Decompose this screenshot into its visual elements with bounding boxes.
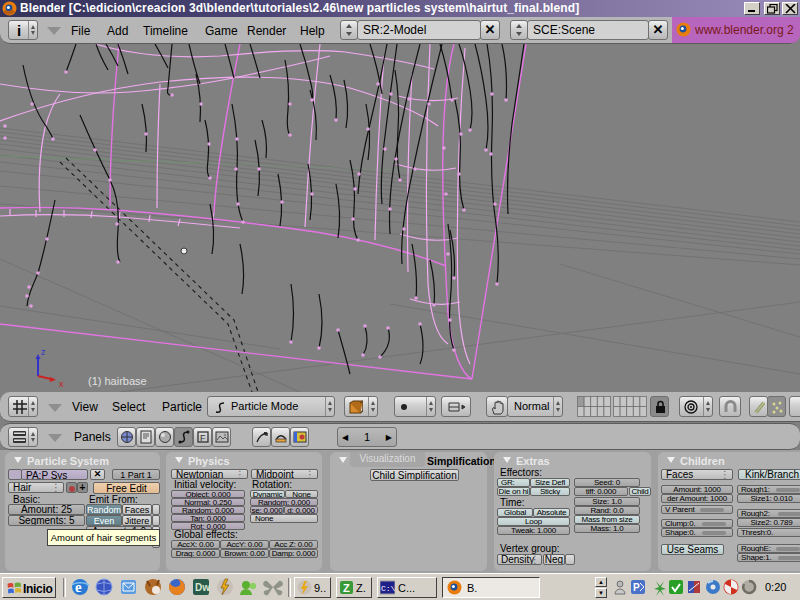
svg-text:P: P bbox=[633, 582, 640, 593]
svg-text:(1) hairbase: (1) hairbase bbox=[88, 375, 147, 387]
svg-text:z: z bbox=[41, 347, 46, 357]
svg-text:e: e bbox=[75, 579, 82, 595]
svg-text:Dw: Dw bbox=[195, 582, 210, 593]
svg-text:Z: Z bbox=[343, 582, 350, 594]
svg-text:F: F bbox=[200, 433, 206, 443]
svg-text:C:\: C:\ bbox=[381, 584, 395, 593]
svg-text:x: x bbox=[59, 379, 64, 389]
